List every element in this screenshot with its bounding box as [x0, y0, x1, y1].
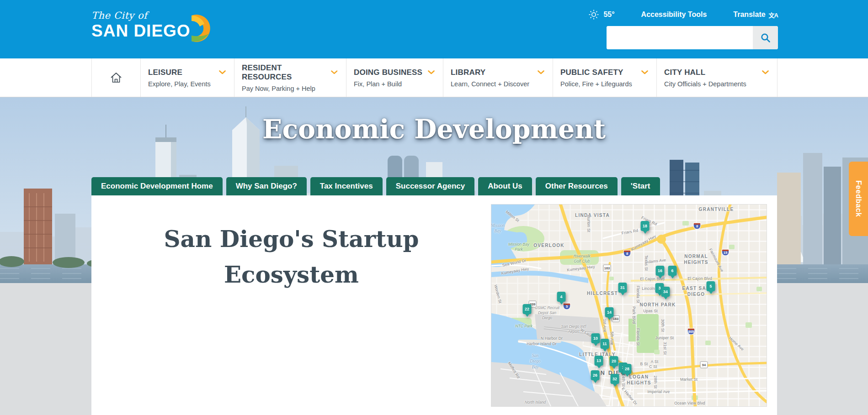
map-marker-20[interactable]: 20	[610, 356, 618, 366]
map-marker-16[interactable]: 16	[656, 266, 665, 276]
map-marker-26[interactable]: 26	[591, 370, 600, 380]
nav-item-city-hall[interactable]: CITY HALL City Officials + Departments	[657, 58, 777, 97]
search-input[interactable]	[607, 26, 753, 49]
map-marker-4[interactable]: 4	[557, 292, 566, 302]
nav-item-leisure[interactable]: LEISURE Explore, Play, Events	[141, 58, 234, 97]
search-button[interactable]	[753, 26, 778, 49]
map-marker-31[interactable]: 31	[618, 283, 627, 293]
tab-about-us[interactable]: About Us	[478, 177, 532, 195]
startup-ecosystem-map[interactable]: GRANTVILLELINDA VISTAOVERLOOKNORMAL HEIG…	[491, 205, 767, 406]
search-icon	[760, 32, 771, 43]
map-marker-34[interactable]: 34	[661, 287, 670, 297]
main-nav: LEISURE Explore, Play, Events RESIDENT R…	[0, 58, 868, 97]
nav-item-label: PUBLIC SAFETY	[560, 68, 623, 77]
tab-start[interactable]: 'Start	[621, 177, 660, 195]
tab-tax-incentives[interactable]: Tax Incentives	[310, 177, 383, 195]
nav-item-library[interactable]: LIBRARY Learn, Connect + Discover	[443, 58, 553, 97]
map-marker-6[interactable]: 6	[668, 266, 677, 276]
section-tabs: Economic Development HomeWhy San Diego?T…	[91, 177, 660, 195]
main-nav-inner: LEISURE Explore, Play, Events RESIDENT R…	[91, 58, 777, 97]
nav-item-resident-resources[interactable]: RESIDENT RESOURCES Pay Now, Parking + He…	[234, 58, 346, 97]
map-marker-18[interactable]: 18	[641, 221, 650, 231]
nav-item-label: LEISURE	[148, 68, 182, 77]
chevron-down-icon	[762, 70, 769, 74]
translate-link[interactable]: Translate 文A	[733, 11, 778, 19]
translate-icon: 文A	[769, 11, 778, 19]
logo-swoosh-icon	[189, 15, 212, 44]
chevron-down-icon	[331, 70, 338, 74]
chevron-down-icon	[641, 70, 648, 74]
nav-item-label: LIBRARY	[451, 68, 485, 77]
nav-item-subtitle: City Officials + Departments	[664, 80, 769, 88]
chevron-down-icon	[538, 70, 544, 74]
nav-item-subtitle: Explore, Play, Events	[148, 80, 226, 88]
map-marker-13[interactable]: 13	[595, 356, 603, 366]
map-marker-22[interactable]: 22	[523, 304, 532, 314]
site-header: The City of SAN DIEGO 55° Accessibility …	[0, 0, 868, 58]
map-marker-10[interactable]: 10	[591, 333, 600, 343]
page-title: Economic Development	[0, 114, 868, 144]
sun-icon	[588, 9, 599, 20]
tab-economic-development-home[interactable]: Economic Development Home	[91, 177, 223, 195]
tab-why-san-diego[interactable]: Why San Diego?	[226, 177, 307, 195]
tab-successor-agency[interactable]: Successor Agency	[386, 177, 475, 195]
feedback-button[interactable]: Feedback	[849, 162, 868, 236]
nav-item-doing-business[interactable]: DOING BUSINESS Fix, Plan + Build	[346, 58, 443, 97]
utility-row: 55° Accessibility Tools Translate 文A	[588, 9, 778, 20]
nav-item-label: RESIDENT RESOURCES	[242, 63, 331, 82]
temperature-value: 55°	[603, 11, 614, 19]
nav-item-subtitle: Fix, Plan + Build	[354, 80, 435, 88]
map-marker-14[interactable]: 14	[605, 307, 614, 317]
nav-item-label: CITY HALL	[664, 68, 705, 77]
accessibility-tools-link[interactable]: Accessibility Tools	[641, 11, 707, 19]
content-heading: San Diego's Startup Ecosystem	[91, 221, 491, 292]
nav-item-subtitle: Pay Now, Parking + Help	[242, 85, 338, 92]
chevron-down-icon	[428, 70, 435, 74]
nav-item-subtitle: Learn, Connect + Discover	[451, 80, 544, 88]
weather-widget: 55°	[588, 9, 614, 20]
nav-item-public-safety[interactable]: PUBLIC SAFETY Police, Fire + Lifeguards	[553, 58, 657, 97]
city-logo[interactable]: The City of SAN DIEGO	[91, 10, 229, 41]
nav-home-button[interactable]	[91, 58, 141, 97]
tab-other-resources[interactable]: Other Resources	[536, 177, 618, 195]
map-marker-32[interactable]: 32	[611, 374, 619, 384]
map-marker-5[interactable]: 5	[707, 281, 715, 291]
nav-item-subtitle: Police, Fire + Lifeguards	[560, 80, 648, 88]
map-marker-11[interactable]: 11	[601, 339, 609, 349]
home-icon	[110, 72, 122, 84]
map-marker-28[interactable]: 28	[623, 364, 632, 374]
translate-label: Translate	[733, 11, 765, 19]
content-panel: San Diego's Startup Ecosystem	[91, 195, 777, 415]
nav-item-label: DOING BUSINESS	[354, 68, 422, 77]
nav-items: LEISURE Explore, Play, Events RESIDENT R…	[141, 58, 777, 97]
chevron-down-icon	[219, 70, 226, 74]
site-search	[607, 26, 778, 49]
